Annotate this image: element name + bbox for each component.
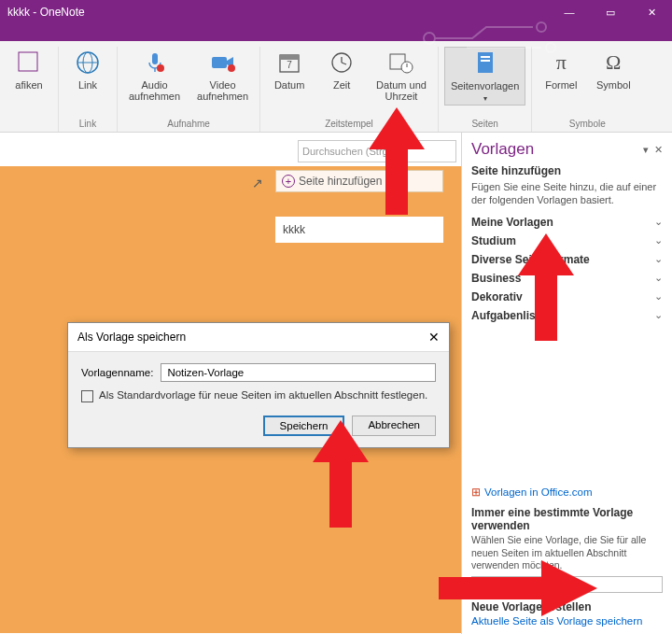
- ribbon-group-zeitstempel: Zeitstempel: [325, 119, 373, 132]
- default-template-checkbox[interactable]: [81, 390, 93, 402]
- svg-point-2: [546, 43, 555, 52]
- category-aufgaben[interactable]: Aufgabenlisten⌄: [471, 306, 663, 325]
- chevron-down-icon: ⌄: [654, 253, 663, 265]
- ribbon-decor: [0, 24, 672, 41]
- save-current-as-template-link[interactable]: Aktuelle Seite als Vorlage speichern: [471, 615, 663, 627]
- save-template-dialog: Als Vorlage speichern ✕ Vorlagenname: Al…: [67, 322, 450, 448]
- microphone-icon: [141, 49, 169, 77]
- window-title: kkkk - OneNote: [7, 6, 85, 19]
- category-studium[interactable]: Studium⌄: [471, 232, 663, 250]
- ribbon-group-seiten: Seiten: [471, 119, 497, 132]
- svg-point-1: [537, 22, 546, 32]
- always-template-desc: Wählen Sie eine Vorlage, die Sie für all…: [471, 534, 663, 572]
- ribbon-group-symbole: Symbole: [569, 119, 606, 132]
- ribbon-afiken[interactable]: afiken: [6, 47, 52, 92]
- ribbon-video[interactable]: Video aufnehmen: [191, 47, 254, 104]
- templates-pane: Vorlagen ▾ ✕ Seite hinzufügen Fügen Sie …: [461, 133, 672, 634]
- svg-rect-3: [19, 52, 37, 71]
- ribbon-datum[interactable]: 7 Datum: [266, 47, 313, 104]
- page-list-item[interactable]: kkkk: [275, 217, 443, 243]
- default-template-select[interactable]: Keine Standardvorlage: [471, 576, 663, 593]
- template-name-label: Vorlagenname:: [81, 367, 153, 378]
- add-page-button[interactable]: + Seite hinzufügen: [275, 170, 443, 192]
- always-template-title: Immer eine bestimmte Vorlage verwenden: [471, 506, 663, 532]
- cancel-button[interactable]: Abbrechen: [352, 416, 436, 436]
- ribbon-audio[interactable]: Audio aufnehmen: [123, 47, 186, 104]
- svg-rect-10: [212, 57, 227, 68]
- chevron-down-icon: ▾: [483, 94, 487, 103]
- category-diverse[interactable]: Diverse Seitenformate⌄: [471, 250, 663, 269]
- chevron-down-icon: ⌄: [654, 309, 663, 321]
- calendar-icon: 7: [275, 49, 303, 77]
- plus-icon: +: [282, 175, 295, 188]
- ribbon-link[interactable]: Link: [64, 47, 111, 92]
- svg-text:7: 7: [287, 60, 292, 70]
- category-business[interactable]: Business⌄: [471, 269, 663, 288]
- table-icon: [15, 49, 43, 77]
- svg-point-11: [228, 64, 235, 72]
- svg-line-17: [342, 63, 346, 64]
- chevron-down-icon: ⌄: [654, 234, 663, 247]
- globe-icon: [74, 49, 102, 77]
- pane-description: Fügen Sie eine Seite hinzu, die auf eine…: [471, 180, 663, 207]
- chevron-down-icon: ⌄: [654, 272, 663, 284]
- new-template-title: Neue Vorlage erstellen: [471, 600, 663, 613]
- pane-title: Vorlagen: [471, 140, 534, 159]
- svg-rect-7: [152, 53, 158, 64]
- clock-icon: [328, 49, 356, 77]
- dialog-title: Als Vorlage speichern: [77, 331, 186, 344]
- svg-rect-23: [481, 60, 490, 62]
- office-templates-link[interactable]: ⊞ Vorlagen in Office.com: [471, 486, 663, 499]
- category-dekorativ[interactable]: Dekorativ⌄: [471, 288, 663, 306]
- ribbon-group-aufnahme: Aufnahme: [167, 119, 210, 132]
- svg-point-9: [157, 64, 164, 72]
- ribbon-zeit[interactable]: Zeit: [318, 47, 365, 104]
- office-icon: ⊞: [471, 486, 481, 499]
- chevron-down-icon: ⌄: [654, 216, 663, 228]
- ribbon-group-link: Link: [79, 119, 96, 132]
- dialog-close-icon[interactable]: ✕: [428, 330, 440, 345]
- pane-menu-icon[interactable]: ▾: [643, 144, 649, 156]
- pane-close-icon[interactable]: ✕: [654, 144, 663, 156]
- save-button[interactable]: Speichern: [263, 416, 345, 436]
- chevron-down-icon: ⌄: [654, 290, 663, 303]
- search-input[interactable]: Durchsuchen (Strg: [298, 140, 456, 162]
- default-template-checkbox-label: Als Standardvorlage für neue Seiten im a…: [99, 389, 427, 401]
- template-name-input[interactable]: [161, 363, 436, 382]
- camera-icon: [209, 49, 237, 77]
- category-meine-vorlagen[interactable]: Meine Vorlagen⌄: [471, 213, 663, 232]
- svg-point-0: [424, 33, 435, 44]
- expand-icon[interactable]: ↗: [252, 176, 263, 190]
- pane-subtitle: Seite hinzufügen: [471, 164, 663, 177]
